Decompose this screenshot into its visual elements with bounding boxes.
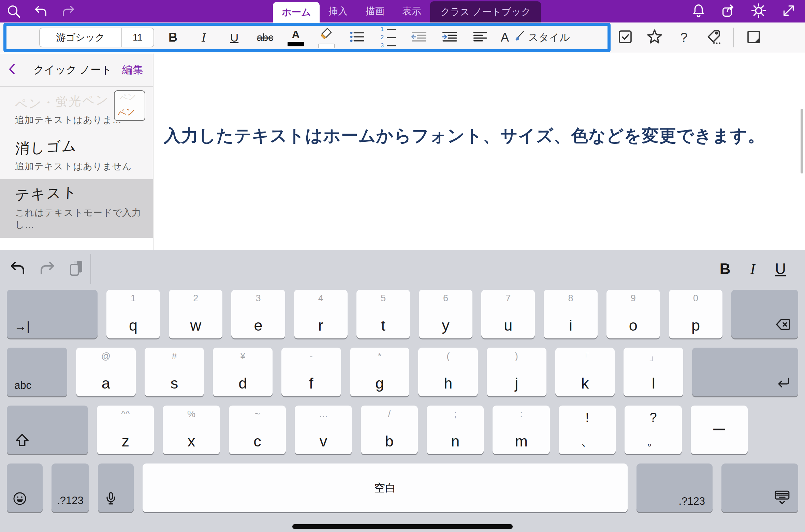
numbered-list-button[interactable]: 1 2 3: [377, 27, 398, 48]
key-question-period[interactable]: ?。: [625, 406, 682, 454]
page-list-item[interactable]: ペン・蛍光ペン 追加テキストはありま… ペン ペン: [0, 87, 153, 133]
outdent-button[interactable]: [408, 27, 429, 48]
key-sublabel: 7: [481, 293, 535, 304]
key-o[interactable]: 9o: [606, 290, 660, 338]
help-button[interactable]: ?: [674, 28, 693, 47]
key-h[interactable]: (h: [418, 348, 478, 396]
settings-button[interactable]: [750, 3, 767, 19]
edit-button[interactable]: 編集: [122, 63, 143, 77]
key-e[interactable]: 3e: [231, 290, 285, 338]
italic-button[interactable]: I: [193, 27, 214, 48]
note-canvas[interactable]: 入力したテキストはホームからフォント、サイズ、色などを変更できます。: [154, 54, 805, 250]
styles-button[interactable]: A スタイル: [501, 30, 570, 45]
abc-mode-key[interactable]: abc: [7, 348, 67, 396]
key-l[interactable]: 」l: [624, 348, 683, 396]
key-m[interactable]: :m: [493, 406, 550, 454]
key-label: ?: [625, 410, 682, 425]
return-key[interactable]: [692, 348, 798, 396]
space-key[interactable]: 空白: [143, 463, 628, 512]
key-g[interactable]: *g: [350, 348, 410, 396]
undo-button[interactable]: [33, 3, 49, 19]
space-label: 空白: [143, 481, 628, 496]
key-x[interactable]: %x: [163, 406, 220, 454]
key-z[interactable]: ^^z: [97, 406, 154, 454]
tab-view[interactable]: 表示: [393, 0, 430, 22]
key-r[interactable]: 4r: [294, 290, 348, 338]
search-button[interactable]: [5, 3, 22, 19]
scrollbar[interactable]: [801, 109, 803, 173]
tab-insert[interactable]: 挿入: [320, 0, 356, 22]
key-exclamation-comma[interactable]: !、: [559, 406, 616, 454]
kb-underline-button[interactable]: U: [775, 260, 786, 277]
fullscreen-button[interactable]: [780, 3, 797, 19]
key-t[interactable]: 5t: [356, 290, 410, 338]
highlighter-button[interactable]: [316, 27, 337, 48]
font-color-button[interactable]: A: [285, 27, 306, 48]
numbered-list-icon: 1 2 3: [380, 26, 396, 49]
bold-button[interactable]: B: [162, 27, 184, 48]
note-text[interactable]: 入力したテキストはホームからフォント、サイズ、色などを変更できます。: [164, 124, 765, 147]
key-j[interactable]: )j: [487, 348, 546, 396]
key-d[interactable]: ¥d: [213, 348, 273, 396]
key-label: e: [231, 317, 285, 334]
dictation-key[interactable]: [98, 463, 134, 512]
indent-button[interactable]: [439, 27, 460, 48]
key-sublabel: …: [295, 409, 352, 420]
kb-undo-button[interactable]: [10, 261, 26, 277]
dismiss-keyboard-key[interactable]: [721, 463, 798, 512]
kb-italic-button[interactable]: I: [750, 260, 756, 278]
todo-tag-button[interactable]: [616, 28, 635, 47]
key-i[interactable]: 8i: [544, 290, 597, 338]
key-c[interactable]: ~c: [229, 406, 286, 454]
key-f[interactable]: -f: [281, 348, 341, 396]
key-a[interactable]: @a: [76, 348, 136, 396]
shift-key[interactable]: [7, 406, 88, 454]
key-u[interactable]: 7u: [481, 290, 535, 338]
key-y[interactable]: 6y: [419, 290, 472, 338]
bullet-list-button[interactable]: [347, 27, 368, 48]
key-k[interactable]: 「k: [555, 348, 615, 396]
tab-draw[interactable]: 描画: [356, 0, 393, 22]
undo-icon: [9, 259, 27, 279]
key-w[interactable]: 2w: [169, 290, 222, 338]
tab-key[interactable]: →|: [7, 290, 98, 338]
key-v[interactable]: …v: [295, 406, 352, 454]
font-name-select[interactable]: 游ゴシック: [40, 31, 121, 44]
tab-class-notebook[interactable]: クラス ノートブック: [430, 1, 541, 22]
home-indicator[interactable]: [292, 524, 513, 529]
back-button[interactable]: [0, 63, 24, 76]
key-b[interactable]: /b: [361, 406, 418, 454]
emoji-key[interactable]: [7, 463, 43, 512]
page-list-item-selected[interactable]: テキスト これはテキストモードで入力し…: [0, 179, 153, 238]
kb-redo-button[interactable]: [39, 261, 55, 277]
alignment-button[interactable]: [469, 27, 491, 48]
page-list-item[interactable]: 消しゴム 追加テキストはありません: [0, 133, 153, 179]
kb-bold-button[interactable]: B: [720, 260, 731, 277]
key-label: z: [97, 432, 154, 450]
key-long-dash[interactable]: ー: [691, 406, 748, 454]
strikethrough-button[interactable]: abc: [254, 27, 276, 48]
notifications-button[interactable]: [690, 3, 707, 19]
key-label: j: [487, 375, 546, 392]
backspace-key[interactable]: [731, 290, 798, 338]
custom-tags-button[interactable]: [704, 28, 723, 47]
page-options-button[interactable]: [744, 28, 763, 47]
star-tag-button[interactable]: [645, 28, 664, 47]
keyboard-row-1: →| 1q 2w 3e 4r 5t 6y 7u 8i 9o 0p: [0, 290, 805, 338]
numbers-key-right[interactable]: .?123: [636, 463, 713, 512]
underline-button[interactable]: U: [224, 27, 245, 48]
key-p[interactable]: 0p: [669, 290, 722, 338]
content-area: クイック ノート 編集 ペン・蛍光ペン 追加テキストはありま… ペン ペン 消し…: [0, 54, 805, 250]
numbers-key[interactable]: .?123: [52, 463, 89, 512]
keyboard-row-3: ^^z %x ~c …v /b ;n :m !、 ?。 ー: [0, 406, 805, 454]
tab-home[interactable]: ホーム: [273, 2, 320, 22]
key-label: y: [419, 317, 472, 334]
key-s[interactable]: #s: [145, 348, 204, 396]
key-q[interactable]: 1q: [106, 290, 160, 338]
share-button[interactable]: [720, 3, 737, 19]
key-n[interactable]: ;n: [427, 406, 484, 454]
outdent-icon: [410, 30, 427, 45]
kb-paste-button[interactable]: [68, 261, 85, 277]
redo-button[interactable]: [60, 3, 76, 19]
font-size-select[interactable]: 11: [121, 28, 153, 47]
